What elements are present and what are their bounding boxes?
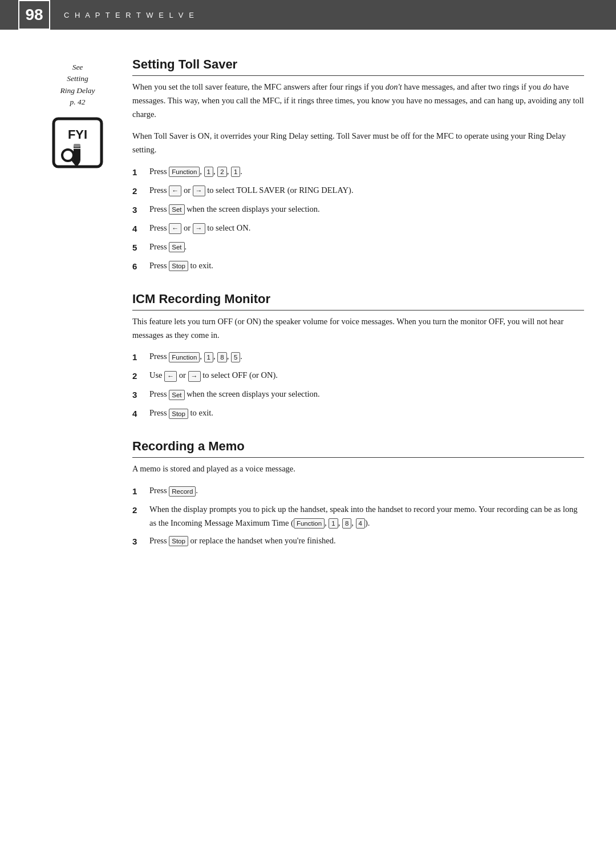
key-set-3: Set	[169, 390, 184, 400]
key-1d: 1	[329, 518, 338, 529]
icm-step-2: 2 Use ← or → to select OFF (or ON).	[132, 369, 584, 383]
key-function: Function	[169, 167, 200, 177]
icm-steps: 1 Press Function, 1, 8, 5. 2 Use ← or → …	[132, 350, 584, 421]
toll-saver-step-2: 2 Press ← or → to select TOLL SAVER (or …	[132, 184, 584, 198]
heading-setting-toll-saver: Setting Toll Saver	[132, 57, 584, 76]
icm-step-1: 1 Press Function, 1, 8, 5.	[132, 350, 584, 364]
page-number: 98	[18, 0, 50, 30]
key-stop-3: Stop	[169, 536, 188, 546]
key-1c: 1	[204, 352, 213, 362]
toll-saver-step-4: 4 Press ← or → to select ON.	[132, 221, 584, 236]
memo-step-1: 1 Press Record.	[132, 484, 584, 498]
key-1b: 1	[231, 167, 240, 177]
toll-saver-step-5: 5 Press Set.	[132, 240, 584, 255]
section-icm-recording: ICM Recording Monitor This feature lets …	[132, 292, 584, 421]
icm-para1: This feature lets you turn OFF (or ON) t…	[132, 315, 584, 342]
sidebar-note: See Setting Ring Delay p. 42	[32, 62, 123, 108]
memo-steps: 1 Press Record. 2 When the display promp…	[132, 484, 584, 548]
key-right-arrow-3: →	[188, 371, 201, 382]
sidebar-note-setting: Setting	[67, 74, 88, 83]
heading-icm-recording: ICM Recording Monitor	[132, 292, 584, 310]
svg-text:FYI: FYI	[68, 127, 87, 142]
section-recording-memo: Recording a Memo A memo is stored and pl…	[132, 439, 584, 548]
key-left-arrow-2: ←	[169, 223, 181, 234]
toll-saver-step-6: 6 Press Stop to exit.	[132, 259, 584, 273]
memo-step-2: 2 When the display prompts you to pick u…	[132, 503, 584, 529]
key-set-1: Set	[169, 204, 184, 215]
heading-recording-memo: Recording a Memo	[132, 439, 584, 458]
key-record: Record	[169, 486, 196, 497]
toll-saver-step-3: 3 Press Set when the screen displays you…	[132, 203, 584, 217]
toll-saver-steps: 1 Press Function, 1, 2, 1. 2 Press ← or …	[132, 165, 584, 273]
key-stop-1: Stop	[169, 261, 188, 271]
fyi-icon: FYI	[52, 117, 103, 168]
content-area: See Setting Ring Delay p. 42 FYI	[0, 30, 616, 594]
icm-step-3: 3 Press Set when the screen displays you…	[132, 388, 584, 402]
key-2a: 2	[217, 167, 226, 177]
header-bar: 98 C H A P T E R T W E L V E	[0, 0, 616, 30]
memo-para1: A memo is stored and played as a voice m…	[132, 462, 584, 476]
key-set-2: Set	[169, 242, 184, 252]
key-8a: 8	[217, 352, 226, 362]
toll-saver-para1: When you set the toll saver feature, the…	[132, 80, 584, 122]
toll-saver-step-1: 1 Press Function, 1, 2, 1.	[132, 165, 584, 179]
sidebar: See Setting Ring Delay p. 42 FYI	[32, 57, 123, 567]
key-right-arrow: →	[193, 186, 205, 196]
icm-step-4: 4 Press Stop to exit.	[132, 406, 584, 421]
key-left-arrow-3: ←	[164, 371, 177, 382]
sidebar-note-see: See	[72, 63, 83, 71]
key-stop-2: Stop	[169, 409, 188, 419]
key-8b: 8	[342, 518, 351, 529]
chapter-title: C H A P T E R T W E L V E	[64, 11, 196, 19]
sidebar-note-ring-delay: Ring Delay	[60, 86, 95, 95]
key-4: 4	[356, 518, 365, 529]
svg-rect-4	[74, 144, 80, 147]
key-1a: 1	[204, 167, 213, 177]
main-content: Setting Toll Saver When you set the toll…	[123, 57, 584, 567]
sidebar-note-page: p. 42	[70, 98, 86, 106]
key-function-2: Function	[169, 352, 200, 362]
toll-saver-para2: When Toll Saver is ON, it overrides your…	[132, 130, 584, 157]
key-5: 5	[231, 352, 240, 362]
key-left-arrow: ←	[169, 186, 181, 196]
key-function-3: Function	[294, 518, 325, 529]
svg-rect-2	[74, 146, 80, 162]
key-right-arrow-2: →	[193, 223, 205, 234]
memo-step-3: 3 Press Stop or replace the handset when…	[132, 534, 584, 549]
section-setting-toll-saver: Setting Toll Saver When you set the toll…	[132, 57, 584, 273]
